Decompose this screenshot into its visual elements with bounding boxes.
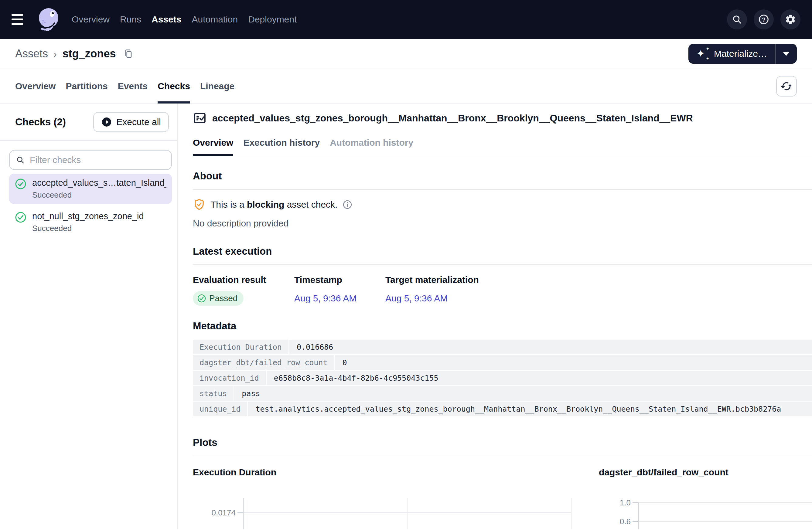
tab-execution-history[interactable]: Execution history xyxy=(243,137,320,156)
breadcrumb-assets-link[interactable]: Assets xyxy=(15,47,48,60)
chart-title: dagster_dbt/failed_row_count xyxy=(599,467,812,477)
nav-overview[interactable]: Overview xyxy=(72,14,110,25)
help-button[interactable]: ? xyxy=(754,10,774,29)
metadata-table: Execution Duration 0.016686 dagster_dbt/… xyxy=(193,340,812,416)
metadata-key: dagster_dbt/failed_row_count xyxy=(193,355,334,370)
plots-grid: Execution Duration 0.0174 d xyxy=(193,467,812,529)
check-circle-icon xyxy=(15,211,27,223)
sparkle-icon: ✦✦✦ xyxy=(696,47,710,60)
menu-icon[interactable] xyxy=(12,10,31,29)
plots-heading: Plots xyxy=(193,437,812,448)
check-list-item[interactable]: accepted_values_s…taten_Island_ Succeede… xyxy=(9,174,172,204)
check-circle-icon xyxy=(15,178,27,190)
metadata-value: pass xyxy=(234,386,812,401)
metadata-value: e658b8c8-3a1a-4b4f-82b6-4c955043c155 xyxy=(266,371,812,385)
filter-checks-box xyxy=(9,150,172,170)
metadata-key: invocation_id xyxy=(193,371,266,385)
checks-list: accepted_values_s…taten_Island_ Succeede… xyxy=(0,141,177,237)
filter-checks-input[interactable] xyxy=(29,154,165,165)
check-title-row: accepted_values_stg_zones_borough__Manha… xyxy=(193,111,812,126)
col-target-materialization: Target materialization xyxy=(385,275,479,285)
check-status: Succeeded xyxy=(32,224,144,233)
svg-text:?: ? xyxy=(762,16,766,23)
nav-deployment[interactable]: Deployment xyxy=(248,14,297,25)
settings-button[interactable] xyxy=(780,10,800,29)
check-list-item[interactable]: not_null_stg_zones_zone_id Succeeded xyxy=(9,207,172,237)
tab-checks[interactable]: Checks xyxy=(158,69,190,103)
breadcrumb: Assets › stg_zones xyxy=(15,47,134,60)
metadata-key: unique_id xyxy=(193,402,247,416)
table-row: Execution Duration 0.016686 xyxy=(193,340,812,354)
copy-asset-name-button[interactable] xyxy=(123,48,134,59)
checks-count-title: Checks (2) xyxy=(15,116,66,128)
check-detail-pane: accepted_values_stg_zones_borough__Manha… xyxy=(178,104,812,529)
top-nav-actions: ? xyxy=(727,10,800,29)
nav-automation[interactable]: Automation xyxy=(192,14,238,25)
tab-lineage[interactable]: Lineage xyxy=(200,69,234,103)
check-name: accepted_values_s…taten_Island_ xyxy=(32,178,166,188)
blocking-note: This is a blocking asset check. xyxy=(193,198,812,211)
execute-all-button[interactable]: Execute all xyxy=(93,112,169,132)
breadcrumb-current-asset: stg_zones xyxy=(62,47,116,60)
blocking-text: This is a xyxy=(211,200,247,209)
metadata-key: status xyxy=(193,386,233,401)
search-icon xyxy=(16,156,25,164)
content-area: Checks (2) Execute all xyxy=(0,104,812,529)
chart-plot: 0.0174 xyxy=(193,498,599,529)
tab-check-overview[interactable]: Overview xyxy=(193,137,233,156)
chevron-right-icon: › xyxy=(54,48,57,60)
check-detail-tabs: Overview Execution history Automation hi… xyxy=(193,137,812,156)
table-row: dagster_dbt/failed_row_count 0 xyxy=(193,355,812,370)
table-row: invocation_id e658b8c8-3a1a-4b4f-82b6-4c… xyxy=(193,371,812,385)
metadata-value: test.analytics.accepted_values_stg_zones… xyxy=(248,402,812,416)
failed-row-count-chart: dagster_dbt/failed_row_count 1.0 0.6 xyxy=(599,467,812,529)
checks-sidebar-header: Checks (2) Execute all xyxy=(0,104,177,141)
tab-partitions[interactable]: Partitions xyxy=(66,69,107,103)
materialize-button[interactable]: ✦✦✦ Materialize… xyxy=(688,44,775,64)
metadata-value: 0.016686 xyxy=(289,340,812,354)
asset-header: Assets › stg_zones ✦✦✦ Materialize… xyxy=(0,39,812,69)
chart-title: Execution Duration xyxy=(193,467,599,477)
metadata-key: Execution Duration xyxy=(193,340,289,354)
col-timestamp: Timestamp xyxy=(294,275,385,285)
play-circle-icon xyxy=(101,117,112,128)
nav-assets[interactable]: Assets xyxy=(151,14,181,25)
table-row: unique_id test.analytics.accepted_values… xyxy=(193,402,812,416)
dagster-logo-icon[interactable] xyxy=(35,7,61,32)
passed-badge: Passed xyxy=(193,291,244,306)
about-heading: About xyxy=(193,170,812,182)
latest-execution-heading: Latest execution xyxy=(193,246,812,257)
latest-execution-headers: Evaluation result Timestamp Target mater… xyxy=(193,275,812,285)
check-name: not_null_stg_zones_zone_id xyxy=(32,211,144,221)
target-materialization-link[interactable]: Aug 5, 9:36 AM xyxy=(385,293,448,303)
nav-runs[interactable]: Runs xyxy=(120,14,141,25)
caret-down-icon xyxy=(783,52,789,56)
refresh-icon xyxy=(780,80,793,92)
materialize-split-button: ✦✦✦ Materialize… xyxy=(688,44,797,64)
execution-duration-chart: Execution Duration 0.0174 xyxy=(193,467,599,529)
refresh-button[interactable] xyxy=(776,76,797,97)
latest-execution-values: Passed Aug 5, 9:36 AM Aug 5, 9:36 AM xyxy=(193,291,812,306)
check-description: No description provided xyxy=(193,218,812,229)
tab-automation-history: Automation history xyxy=(330,137,413,156)
blocking-bold: blocking xyxy=(247,200,284,209)
execute-all-label: Execute all xyxy=(116,117,161,127)
y-tick-label: 0.6 xyxy=(599,517,631,526)
blocking-text-suffix: asset check. xyxy=(284,200,337,209)
tab-events[interactable]: Events xyxy=(118,69,148,103)
metadata-value: 0 xyxy=(335,355,812,370)
chart-plot: 1.0 0.6 xyxy=(599,498,812,529)
search-icon xyxy=(731,14,742,25)
gear-icon xyxy=(785,14,796,25)
metadata-heading: Metadata xyxy=(193,320,812,332)
info-icon[interactable] xyxy=(342,200,352,210)
materialize-dropdown-button[interactable] xyxy=(775,44,797,64)
asset-check-icon xyxy=(193,111,207,125)
section-divider xyxy=(193,264,812,265)
search-button[interactable] xyxy=(727,10,747,29)
check-circle-icon xyxy=(197,294,206,303)
timestamp-link[interactable]: Aug 5, 9:36 AM xyxy=(294,293,357,303)
section-divider xyxy=(193,189,812,190)
asset-tabs: Overview Partitions Events Checks Lineag… xyxy=(0,69,812,104)
tab-overview[interactable]: Overview xyxy=(15,69,56,103)
